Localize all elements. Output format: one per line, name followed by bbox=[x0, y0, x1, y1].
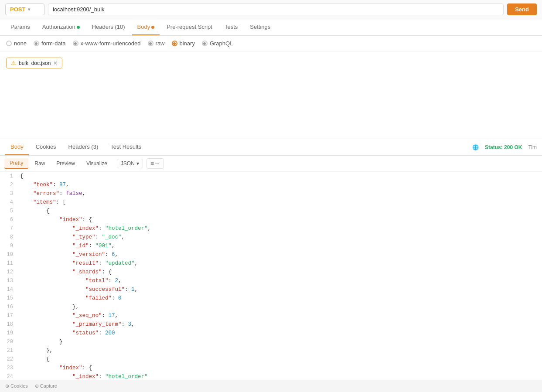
code-line: 1{ bbox=[0, 172, 542, 181]
status-code: Status: 200 OK bbox=[485, 144, 522, 150]
tab-tests[interactable]: Tests bbox=[219, 19, 243, 35]
status-bar: 🌐 Status: 200 OK Tim bbox=[472, 144, 537, 150]
res-tab-test-results[interactable]: Test Results bbox=[105, 139, 147, 155]
method-select[interactable]: POST ▾ bbox=[5, 3, 44, 15]
file-area: ⚠ bulk_doc.json ✕ bbox=[0, 51, 542, 139]
bottom-bar: ⊕ Cookies ⊕ Capture bbox=[0, 380, 542, 381]
body-dot bbox=[151, 26, 154, 29]
code-area: 1{2 "took": 87,3 "errors": false,4 "item… bbox=[0, 172, 542, 381]
view-tab-pretty[interactable]: Pretty bbox=[4, 158, 28, 169]
tab-headers[interactable]: Headers (10) bbox=[87, 19, 130, 35]
view-tab-preview[interactable]: Preview bbox=[51, 159, 80, 168]
radio-circle-form-data bbox=[34, 41, 39, 46]
code-line: 23 "index": { bbox=[0, 364, 542, 372]
body-type-row: none form-data x-www-form-urlencoded raw… bbox=[0, 36, 542, 51]
radio-binary[interactable]: binary bbox=[172, 40, 195, 47]
tab-authorization[interactable]: Authorization bbox=[37, 19, 85, 35]
res-tab-headers[interactable]: Headers (3) bbox=[63, 139, 104, 155]
chevron-down-icon: ▾ bbox=[136, 160, 139, 167]
code-line: 20 } bbox=[0, 337, 542, 346]
tab-body[interactable]: Body bbox=[132, 19, 160, 35]
res-tab-body[interactable]: Body bbox=[5, 139, 29, 155]
code-line: 15 "failed": 0 bbox=[0, 294, 542, 303]
tab-settings[interactable]: Settings bbox=[245, 19, 276, 35]
url-input[interactable] bbox=[48, 3, 504, 15]
code-line: 16 }, bbox=[0, 303, 542, 311]
json-format-select[interactable]: JSON ▾ bbox=[117, 159, 143, 168]
globe-icon: 🌐 bbox=[472, 144, 479, 150]
code-line: 7 "_index": "hotel_order", bbox=[0, 224, 542, 233]
request-tabs: Params Authorization Headers (10) Body P… bbox=[0, 19, 542, 36]
file-chip[interactable]: ⚠ bulk_doc.json ✕ bbox=[6, 58, 62, 68]
code-line: 5 { bbox=[0, 207, 542, 215]
view-tab-visualize[interactable]: Visualize bbox=[81, 159, 112, 168]
view-tab-raw[interactable]: Raw bbox=[29, 159, 50, 168]
tab-params[interactable]: Params bbox=[5, 19, 35, 35]
radio-raw[interactable]: raw bbox=[148, 40, 165, 47]
code-line: 13 "total": 2, bbox=[0, 276, 542, 285]
file-name: bulk_doc.json bbox=[19, 60, 51, 66]
response-tabs: Body Cookies Headers (3) Test Results 🌐 … bbox=[0, 139, 542, 156]
code-line: 4 "items": [ bbox=[0, 198, 542, 207]
code-line: 10 "_version": 6, bbox=[0, 250, 542, 259]
code-line: 17 "_seq_no": 17, bbox=[0, 311, 542, 320]
code-line: 21 }, bbox=[0, 346, 542, 355]
radio-circle-urlencoded bbox=[73, 41, 78, 46]
radio-none[interactable]: none bbox=[6, 40, 27, 47]
radio-form-data[interactable]: form-data bbox=[34, 40, 66, 47]
radio-circle-raw bbox=[148, 41, 153, 46]
method-label: POST bbox=[10, 6, 25, 13]
radio-circle-none bbox=[6, 41, 12, 46]
wrap-button[interactable]: ≡→ bbox=[147, 158, 164, 169]
code-line: 19 "status": 200 bbox=[0, 329, 542, 337]
code-line: 6 "index": { bbox=[0, 215, 542, 224]
code-line: 3 "errors": false, bbox=[0, 189, 542, 198]
radio-urlencoded[interactable]: x-www-form-urlencoded bbox=[73, 40, 141, 47]
tab-pre-request[interactable]: Pre-request Script bbox=[161, 19, 218, 35]
time-label: Tim bbox=[528, 144, 537, 150]
close-file-button[interactable]: ✕ bbox=[53, 60, 58, 66]
code-line: 12 "_shards": { bbox=[0, 268, 542, 276]
view-tabs-bar: Pretty Raw Preview Visualize JSON ▾ ≡→ bbox=[0, 156, 542, 172]
code-line: 22 { bbox=[0, 355, 542, 364]
code-line: 11 "result": "updated", bbox=[0, 259, 542, 268]
code-line: 8 "_type": "_doc", bbox=[0, 233, 542, 242]
code-line: 18 "_primary_term": 3, bbox=[0, 320, 542, 329]
radio-graphql[interactable]: GraphQL bbox=[202, 40, 233, 47]
send-button[interactable]: Send bbox=[507, 3, 537, 15]
radio-circle-graphql bbox=[202, 41, 208, 46]
code-line: 14 "successful": 1, bbox=[0, 285, 542, 294]
warning-icon: ⚠ bbox=[11, 60, 16, 66]
radio-circle-binary bbox=[172, 41, 177, 46]
res-tab-cookies[interactable]: Cookies bbox=[31, 139, 61, 155]
code-line: 9 "_id": "001", bbox=[0, 242, 542, 250]
auth-dot bbox=[77, 26, 80, 29]
code-line: 2 "took": 87, bbox=[0, 181, 542, 189]
chevron-down-icon: ▾ bbox=[28, 7, 30, 12]
url-bar: POST ▾ Send bbox=[0, 0, 542, 19]
